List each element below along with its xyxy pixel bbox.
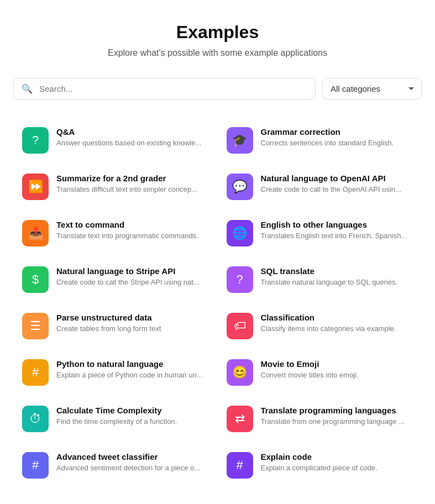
card-text-natural-language-openai: Natural language to OpenAI API Create co… xyxy=(261,174,413,193)
card-icon-text-to-command: 📤 xyxy=(22,220,49,246)
card-desc-english-to-languages: Translates English text into French, Spa… xyxy=(261,232,413,240)
card-qa[interactable]: ? Q&A Answer questions based on existing… xyxy=(13,117,218,164)
card-english-to-languages[interactable]: 🌐 English to other languages Translates … xyxy=(218,210,422,256)
card-text-sql-translate: SQL translate Translate natural language… xyxy=(261,266,413,286)
card-text-to-command[interactable]: 📤 Text to command Translate text into pr… xyxy=(13,210,218,256)
card-text-calculate-time-complexity: Calculate Time Complexity Find the time … xyxy=(56,406,209,426)
card-natural-language-stripe[interactable]: $ Natural language to Stripe API Create … xyxy=(13,256,218,303)
card-text-natural-language-stripe: Natural language to Stripe API Create co… xyxy=(56,266,209,286)
card-sql-translate[interactable]: ? SQL translate Translate natural langua… xyxy=(218,256,422,303)
card-title-calculate-time-complexity: Calculate Time Complexity xyxy=(56,406,209,415)
card-desc-calculate-time-complexity: Find the time complexity of a function. xyxy=(56,417,209,426)
card-title-qa: Q&A xyxy=(56,127,209,136)
search-row: 🔍 All categories Conversation Coding Tra… xyxy=(13,78,422,99)
card-explain-code[interactable]: # Explain code Explain a complicated pie… xyxy=(218,442,422,489)
card-title-natural-language-openai: Natural language to OpenAI API xyxy=(261,174,413,183)
card-grammar-correction[interactable]: 🎓 Grammar correction Corrects sentences … xyxy=(218,117,422,164)
card-icon-grammar-correction: 🎓 xyxy=(227,127,253,154)
card-parse-unstructured[interactable]: ☰ Parse unstructured data Create tables … xyxy=(13,303,218,349)
card-icon-parse-unstructured: ☰ xyxy=(22,313,49,339)
card-text-english-to-languages: English to other languages Translates En… xyxy=(261,220,413,240)
card-title-python-natural-language: Python to natural language xyxy=(56,359,209,369)
card-icon-advanced-tweet-classifier: # xyxy=(22,452,49,479)
card-desc-classification: Classify items into categories via examp… xyxy=(261,324,413,333)
card-icon-summarize-2nd-grader: ⏩ xyxy=(22,174,49,200)
card-desc-summarize-2nd-grader: Translates difficult text into simpler c… xyxy=(56,185,209,193)
card-movie-to-emoji[interactable]: 😊 Movie to Emoji Convert movie titles in… xyxy=(218,349,422,396)
card-icon-python-natural-language: # xyxy=(22,359,49,386)
card-title-translate-programming-languages: Translate programming languages xyxy=(261,406,413,415)
search-wrapper: 🔍 xyxy=(13,78,316,99)
card-title-movie-to-emoji: Movie to Emoji xyxy=(261,359,413,369)
card-desc-sql-translate: Translate natural language to SQL querie… xyxy=(261,278,413,286)
card-text-python-natural-language: Python to natural language Explain a pie… xyxy=(56,359,209,379)
card-desc-grammar-correction: Corrects sentences into standard English… xyxy=(261,139,413,147)
card-desc-python-natural-language: Explain a piece of Python code in human … xyxy=(56,371,209,379)
card-desc-explain-code: Explain a complicated piece of code. xyxy=(261,464,413,472)
card-desc-qa: Answer questions based on existing knowl… xyxy=(56,139,209,147)
examples-grid: ? Q&A Answer questions based on existing… xyxy=(13,117,422,489)
card-text-summarize-2nd-grader: Summarize for a 2nd grader Translates di… xyxy=(56,174,209,193)
card-desc-text-to-command: Translate text into programmatic command… xyxy=(56,232,209,240)
card-desc-movie-to-emoji: Convert movie titles into emoji. xyxy=(261,371,413,379)
card-icon-natural-language-stripe: $ xyxy=(22,266,49,293)
page-title: Examples xyxy=(13,22,422,43)
card-summarize-2nd-grader[interactable]: ⏩ Summarize for a 2nd grader Translates … xyxy=(13,164,218,210)
card-title-sql-translate: SQL translate xyxy=(261,266,413,276)
card-title-natural-language-stripe: Natural language to Stripe API xyxy=(56,266,209,276)
card-classification[interactable]: 🏷 Classification Classify items into cat… xyxy=(218,303,422,349)
card-icon-movie-to-emoji: 😊 xyxy=(227,359,253,386)
card-desc-translate-programming-languages: Translate from one programming language … xyxy=(261,417,413,426)
card-icon-classification: 🏷 xyxy=(227,313,253,339)
card-title-classification: Classification xyxy=(261,313,413,322)
card-python-natural-language[interactable]: # Python to natural language Explain a p… xyxy=(13,349,218,396)
card-icon-qa: ? xyxy=(22,127,49,154)
card-text-text-to-command: Text to command Translate text into prog… xyxy=(56,220,209,240)
search-input[interactable] xyxy=(35,78,307,99)
page-header: Examples Explore what's possible with so… xyxy=(13,22,422,58)
card-translate-programming-languages[interactable]: ⇄ Translate programming languages Transl… xyxy=(218,396,422,442)
card-title-explain-code: Explain code xyxy=(261,452,413,461)
card-title-grammar-correction: Grammar correction xyxy=(261,127,413,136)
search-icon: 🔍 xyxy=(22,83,33,94)
card-desc-natural-language-stripe: Create code to call the Stripe API using… xyxy=(56,278,209,286)
card-desc-parse-unstructured: Create tables from long form text xyxy=(56,324,209,333)
card-icon-explain-code: # xyxy=(227,452,253,479)
card-text-parse-unstructured: Parse unstructured data Create tables fr… xyxy=(56,313,209,333)
card-desc-advanced-tweet-classifier: Advanced sentiment detection for a piece… xyxy=(56,464,209,472)
card-text-explain-code: Explain code Explain a complicated piece… xyxy=(261,452,413,472)
card-title-text-to-command: Text to command xyxy=(56,220,209,229)
card-text-classification: Classification Classify items into categ… xyxy=(261,313,413,333)
card-icon-calculate-time-complexity: ⏱ xyxy=(22,406,49,432)
card-desc-natural-language-openai: Create code to call to the OpenAI API us… xyxy=(261,185,413,193)
card-title-summarize-2nd-grader: Summarize for a 2nd grader xyxy=(56,174,209,183)
card-title-parse-unstructured: Parse unstructured data xyxy=(56,313,209,322)
card-title-english-to-languages: English to other languages xyxy=(261,220,413,229)
card-icon-natural-language-openai: 💬 xyxy=(227,174,253,200)
card-icon-sql-translate: ? xyxy=(227,266,253,293)
card-advanced-tweet-classifier[interactable]: # Advanced tweet classifier Advanced sen… xyxy=(13,442,218,489)
card-text-qa: Q&A Answer questions based on existing k… xyxy=(56,127,209,147)
card-text-movie-to-emoji: Movie to Emoji Convert movie titles into… xyxy=(261,359,413,379)
card-natural-language-openai[interactable]: 💬 Natural language to OpenAI API Create … xyxy=(218,164,422,210)
card-text-translate-programming-languages: Translate programming languages Translat… xyxy=(261,406,413,426)
card-text-grammar-correction: Grammar correction Corrects sentences in… xyxy=(261,127,413,147)
page-subtitle: Explore what's possible with some exampl… xyxy=(13,48,422,58)
card-icon-translate-programming-languages: ⇄ xyxy=(227,406,253,432)
card-calculate-time-complexity[interactable]: ⏱ Calculate Time Complexity Find the tim… xyxy=(13,396,218,442)
card-text-advanced-tweet-classifier: Advanced tweet classifier Advanced senti… xyxy=(56,452,209,472)
category-select[interactable]: All categories Conversation Coding Trans… xyxy=(322,78,422,99)
card-icon-english-to-languages: 🌐 xyxy=(227,220,253,246)
card-title-advanced-tweet-classifier: Advanced tweet classifier xyxy=(56,452,209,461)
